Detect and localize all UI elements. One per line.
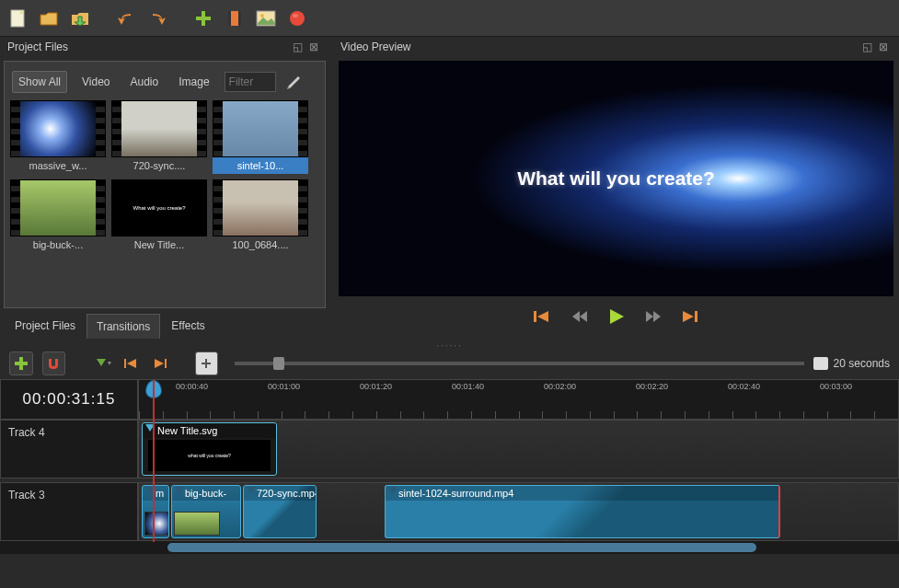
preview-text: What will you create?	[517, 167, 715, 190]
track-4-header[interactable]: Track 4	[0, 420, 138, 478]
undock-icon[interactable]: ◱	[293, 40, 305, 53]
track-3-body[interactable]: m big-buck- 720-sync.mp4 sintel-1024-sur…	[138, 482, 899, 541]
track-3: Track 3 m big-buck- 720-sync.mp4	[0, 482, 899, 541]
video-preview-panel: Video Preview ◱ ⊠ What will you create?	[329, 37, 899, 340]
jump-start-button[interactable]	[533, 306, 553, 327]
clip-bigbuck[interactable]: big-buck-	[171, 485, 241, 538]
clip-m[interactable]: m	[142, 485, 169, 538]
filter-image[interactable]: Image	[173, 72, 214, 92]
timeline-hscrollbar[interactable]	[0, 541, 899, 554]
svg-rect-3	[196, 17, 211, 20]
play-button[interactable]	[606, 306, 627, 327]
clip-marker-icon	[145, 424, 155, 433]
video-preview-title: Video Preview	[340, 40, 411, 53]
filter-show-all[interactable]: Show All	[12, 71, 67, 93]
svg-marker-23	[108, 362, 111, 365]
svg-rect-24	[124, 359, 126, 368]
svg-point-10	[293, 14, 298, 17]
thumb-sintel[interactable]: sintel-10...	[213, 100, 308, 174]
project-files-thumbnails: massive_w... 720-sync.... sintel-10... b…	[10, 100, 319, 253]
picture-button[interactable]	[254, 6, 278, 30]
redo-button[interactable]	[145, 6, 169, 30]
tab-effects[interactable]: Effects	[162, 314, 213, 339]
svg-marker-26	[155, 359, 164, 368]
svg-rect-21	[15, 362, 28, 365]
thumb-newtitle[interactable]: What will you create? New Title...	[111, 179, 207, 253]
timeline-toolbar: 20 seconds	[0, 348, 899, 379]
svg-marker-31	[145, 487, 155, 494]
video-preview-title-bar: Video Preview ◱ ⊠	[333, 37, 899, 57]
save-file-button[interactable]	[68, 6, 92, 30]
track-3-header[interactable]: Track 3	[0, 482, 138, 541]
zoom-ticket-icon	[813, 357, 828, 370]
snap-button[interactable]	[42, 352, 66, 375]
next-marker-button[interactable]	[151, 353, 171, 374]
svg-marker-14	[580, 311, 587, 322]
timeline-hscrollbar-thumb[interactable]	[167, 543, 756, 552]
tab-project-files[interactable]: Project Files	[6, 314, 85, 339]
clip-marker-icon	[175, 487, 184, 496]
svg-rect-29	[205, 359, 207, 368]
svg-rect-27	[165, 359, 167, 368]
prev-marker-button[interactable]	[122, 353, 143, 374]
svg-marker-12	[537, 311, 548, 322]
splitter[interactable]: ······	[0, 340, 899, 348]
main-toolbar	[0, 0, 899, 37]
zoom-label: 20 seconds	[834, 357, 890, 370]
tab-transitions[interactable]: Transitions	[86, 314, 160, 339]
thumb-720sync[interactable]: 720-sync....	[111, 100, 207, 174]
filter-video[interactable]: Video	[76, 72, 115, 92]
timeline: 00:00:31:15 00:00:40 00:01:00 00:01:20 0…	[0, 379, 899, 554]
close-panel-icon[interactable]: ⊠	[309, 40, 322, 53]
thumb-bigbuck[interactable]: big-buck-...	[10, 179, 106, 253]
clip-marker-icon	[247, 487, 256, 496]
svg-marker-15	[610, 309, 624, 324]
jump-end-button[interactable]	[680, 306, 700, 327]
svg-marker-17	[653, 311, 661, 322]
playhead-head[interactable]	[145, 380, 162, 398]
project-files-title-bar: Project Files ◱ ⊠	[0, 37, 329, 57]
undo-button[interactable]	[114, 6, 138, 30]
svg-marker-16	[646, 311, 653, 322]
svg-rect-5	[228, 11, 231, 26]
svg-rect-11	[534, 311, 536, 322]
svg-point-8	[260, 14, 264, 17]
film-button[interactable]	[223, 6, 247, 30]
center-playhead-button[interactable]	[195, 352, 219, 375]
preview-canvas[interactable]: What will you create?	[339, 61, 893, 296]
svg-marker-22	[97, 359, 106, 366]
thumb-100-0684[interactable]: 100_0684....	[213, 179, 308, 253]
ruler[interactable]: 00:00:40 00:01:00 00:01:20 00:01:40 00:0…	[138, 379, 899, 420]
open-file-button[interactable]	[37, 6, 61, 30]
thumb-massive[interactable]: massive_w...	[10, 100, 106, 174]
project-files-panel: Project Files ◱ ⊠ Show All Video Audio I…	[0, 37, 329, 340]
marker-dropdown[interactable]	[93, 353, 113, 374]
add-track-button[interactable]	[9, 352, 33, 375]
clip-sintel[interactable]: sintel-1024-surround.mp4	[385, 485, 780, 538]
play-controls	[339, 296, 893, 337]
track-4: Track 4 New Title.svg what will you crea…	[0, 420, 899, 478]
project-files-title: Project Files	[7, 40, 68, 53]
new-file-button[interactable]	[6, 6, 29, 30]
timecode[interactable]: 00:00:31:15	[0, 379, 138, 420]
svg-marker-30	[145, 424, 155, 432]
clip-marker-icon	[388, 487, 398, 496]
zoom-handle[interactable]	[273, 357, 284, 370]
fast-forward-button[interactable]	[643, 306, 663, 327]
project-files-filter-bar: Show All Video Audio Image	[10, 67, 319, 100]
clip-720sync[interactable]: 720-sync.mp4	[243, 485, 317, 538]
import-files-button[interactable]	[191, 6, 215, 30]
preview-close-icon[interactable]: ⊠	[879, 40, 892, 53]
zoom-slider[interactable]	[235, 362, 803, 365]
svg-marker-34	[388, 487, 398, 494]
filter-input[interactable]	[225, 72, 276, 92]
track-4-body[interactable]: New Title.svg what will you create?	[138, 420, 899, 478]
rewind-button[interactable]	[570, 306, 590, 327]
svg-marker-32	[175, 487, 184, 494]
preview-undock-icon[interactable]: ◱	[862, 40, 875, 53]
record-button[interactable]	[285, 6, 309, 30]
filter-audio[interactable]: Audio	[125, 72, 165, 92]
clear-filter-icon[interactable]	[285, 74, 302, 90]
svg-marker-13	[572, 311, 580, 322]
clip-new-title[interactable]: New Title.svg what will you create?	[142, 422, 277, 476]
